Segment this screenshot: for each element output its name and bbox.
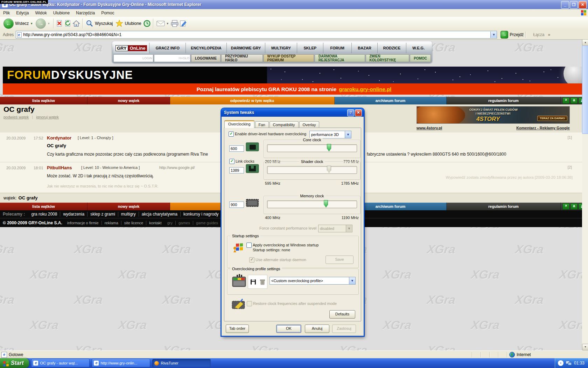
- links-chevron-icon[interactable]: »: [548, 32, 550, 37]
- address-input[interactable]: e http://www.gry-online.pl/S043.asp?ID=8…: [16, 31, 497, 39]
- tray-chevron-icon[interactable]: ‹: [558, 360, 564, 366]
- home-button[interactable]: [72, 19, 80, 28]
- print-button[interactable]: [170, 19, 179, 28]
- taskbar-task-rivatuner[interactable]: RivaTuner: [152, 359, 211, 367]
- shader-clock-slider[interactable]: [267, 166, 357, 174]
- logowanie-button[interactable]: LOGOWANIE: [191, 54, 220, 62]
- font-small-button[interactable]: a: [562, 203, 569, 210]
- footer-link[interactable]: reklama: [102, 221, 121, 225]
- start-button[interactable]: Start: [0, 358, 29, 368]
- post-author-link[interactable]: Kordynator: [47, 135, 71, 141]
- nowy-watek-button[interactable]: nowy wątek: [88, 97, 170, 104]
- ignoruj-watek-link[interactable]: ignoruj wątek: [36, 115, 59, 119]
- post-author-url-link[interactable]: http://www.google.pl/: [159, 165, 195, 170]
- taskbar-task-ie-1[interactable]: e OC grafy - autor wąt...: [31, 359, 90, 367]
- menu-widok[interactable]: Widok: [32, 10, 50, 16]
- network-icon[interactable]: [566, 361, 572, 366]
- link-clocks-checkbox[interactable]: ✓: [229, 159, 234, 164]
- ad-cta-button[interactable]: TERAZ ZA DARMO: [537, 116, 567, 121]
- address-dropdown-icon[interactable]: ▼: [490, 32, 497, 38]
- nowy-watek-button[interactable]: nowy wątek: [88, 203, 170, 210]
- footer-link[interactable]: wydarzenia: [60, 212, 88, 217]
- tab-overclocking[interactable]: Overclocking: [224, 120, 254, 128]
- tab-fan[interactable]: Fan: [255, 121, 269, 128]
- apply-startup-checkbox[interactable]: [246, 243, 252, 248]
- footer-link[interactable]: akcja charytatywna: [139, 212, 181, 217]
- nav-forum[interactable]: FORUM: [323, 43, 352, 53]
- pomoc-button[interactable]: POMOC: [410, 54, 431, 62]
- save-profile-icon[interactable]: [250, 279, 256, 285]
- footer-link[interactable]: multigry: [118, 212, 139, 217]
- search-button[interactable]: Wyszukaj: [84, 19, 114, 28]
- menu-narzedzia[interactable]: Narzędzia: [73, 10, 98, 16]
- defaults-button[interactable]: Defaults: [329, 310, 355, 319]
- delete-profile-icon[interactable]: [260, 279, 265, 285]
- minimize-button[interactable]: _: [561, 1, 569, 9]
- vertical-scrollbar[interactable]: ▲ ▼: [582, 39, 588, 350]
- login-input[interactable]: [113, 54, 153, 62]
- scrollbar-thumb[interactable]: [582, 46, 588, 134]
- ad-4story-image[interactable]: ODKRYJ ŚWIAT PEŁEN CUDÓW I NIEBEZPIECZEŃ…: [416, 106, 570, 124]
- go-button[interactable]: → Przejdź: [500, 31, 524, 39]
- mail-button[interactable]: ▼: [155, 20, 170, 27]
- shader-clock-input[interactable]: [229, 167, 244, 173]
- profile-mode-dropdown[interactable]: performance 3D▼: [309, 131, 351, 138]
- footer-link[interactable]: konkursy i nagrody: [181, 212, 222, 217]
- cancel-button[interactable]: Anuluj: [305, 325, 329, 333]
- taskbar-task-ie-2[interactable]: e http://www.gry-onlin...: [92, 359, 150, 367]
- ad-google-note-link[interactable]: Komentarz - Reklamy Google: [516, 126, 570, 130]
- shader-slider-thumb[interactable]: [327, 166, 331, 173]
- core-slider-thumb[interactable]: [327, 144, 331, 151]
- nav-bazar[interactable]: BAZAR: [352, 43, 378, 53]
- tab-order-button[interactable]: Tab order: [226, 325, 249, 333]
- nav-gracz-info[interactable]: GRACZ INFO: [149, 43, 186, 53]
- promo-link[interactable]: graroku.gry-online.pl: [339, 86, 391, 92]
- tab-overlay[interactable]: Overlay: [299, 121, 320, 128]
- memory-clock-slider[interactable]: [267, 200, 357, 208]
- nav-weg[interactable]: W.E.G.: [406, 43, 431, 53]
- font-small-button[interactable]: a: [562, 97, 569, 104]
- core-clock-slider[interactable]: [267, 144, 357, 152]
- footer-link[interactable]: gra roku 2008: [28, 212, 60, 217]
- refresh-button[interactable]: [64, 19, 72, 28]
- menu-ulubione[interactable]: Ulubione: [50, 10, 73, 16]
- tab-compatibility[interactable]: Compatibility: [270, 121, 299, 128]
- wykup-premium-button[interactable]: WYKUP DOSTĘP PREMIUM: [264, 54, 314, 62]
- zmien-kolorystyke-button[interactable]: ZMIEŃ KOLORYSTYKĘ: [366, 54, 410, 62]
- menu-plik[interactable]: Plik: [0, 10, 13, 16]
- footer-link[interactable]: games: [176, 221, 193, 225]
- edit-button[interactable]: [179, 19, 187, 28]
- footer-link[interactable]: informacje o firmie: [64, 221, 102, 225]
- close-button[interactable]: ✕: [579, 1, 587, 9]
- ok-button[interactable]: OK: [276, 325, 301, 333]
- footer-link[interactable]: game guides: [193, 221, 221, 225]
- font-medium-button[interactable]: a: [570, 97, 578, 104]
- memory-slider-thumb[interactable]: [324, 200, 328, 207]
- profile-select-dropdown[interactable]: <Custom overclocking profile>▼: [270, 277, 356, 285]
- maximize-button[interactable]: ❐: [570, 1, 578, 9]
- enable-overclocking-checkbox[interactable]: ✓: [229, 131, 234, 137]
- menu-pomoc[interactable]: Pomoc: [98, 10, 117, 16]
- gry-online-logo[interactable]: GRY OnLine: [113, 43, 149, 53]
- history-button[interactable]: [143, 19, 151, 28]
- links-label[interactable]: Łącza: [533, 32, 544, 37]
- memory-clock-input[interactable]: [229, 202, 244, 208]
- forward-button[interactable]: → ▼: [34, 18, 51, 29]
- footer-link[interactable]: gry: [164, 221, 176, 225]
- post-author-link[interactable]: PitbullHans: [47, 165, 72, 170]
- darmowa-rejestracja-button[interactable]: DARMOWA REJESTRACJA: [315, 54, 365, 62]
- nav-encyklopedia[interactable]: ENCYKLOPEDIA: [186, 43, 227, 53]
- odpowiedz-button[interactable]: odpowiedz w tym wątku: [170, 97, 335, 104]
- stop-button[interactable]: [55, 19, 64, 28]
- nav-sklep[interactable]: SKLEP: [297, 43, 323, 53]
- regulamin-forum-button[interactable]: regulamin forum: [447, 97, 561, 104]
- footer-link[interactable]: site licence: [121, 221, 146, 225]
- ad-url-link[interactable]: www.4story.pl: [416, 126, 442, 130]
- nav-rodzice[interactable]: RODZICE: [378, 43, 406, 53]
- scroll-down-icon[interactable]: ▼: [582, 344, 588, 350]
- lista-watkow-button[interactable]: lista wątków: [0, 203, 88, 210]
- przypomnij-haslo-button[interactable]: PRZYPOMNIJ HASŁO: [221, 54, 262, 62]
- close-dialog-button[interactable]: ✕: [355, 109, 362, 116]
- help-button[interactable]: ?: [347, 109, 354, 116]
- core-clock-input[interactable]: [229, 145, 244, 152]
